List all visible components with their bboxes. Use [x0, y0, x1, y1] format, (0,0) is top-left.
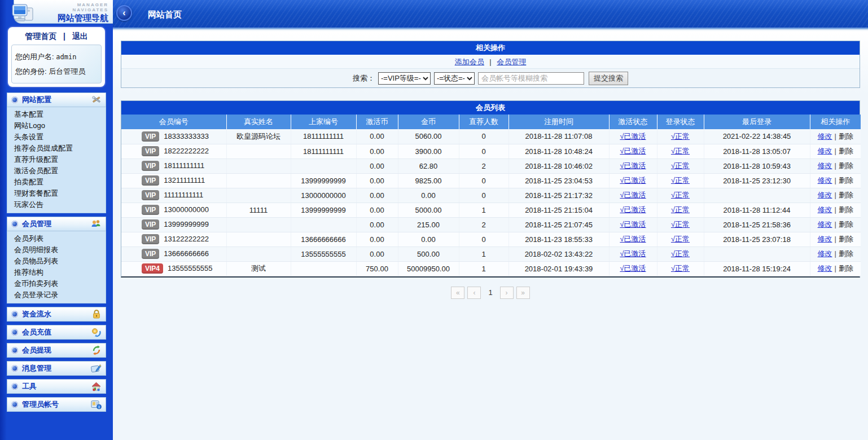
activation-coins: 0.00: [356, 144, 398, 159]
delete-link[interactable]: 删除: [839, 205, 853, 214]
activation-coins: 0.00: [356, 173, 398, 188]
column-header: 真实姓名: [226, 115, 291, 129]
delete-link[interactable]: 删除: [839, 147, 853, 155]
delete-link[interactable]: 删除: [839, 176, 853, 184]
activation-coins: 0.00: [356, 188, 398, 203]
sidebar-item-site-config-3[interactable]: 推荐会员提成配置: [7, 143, 106, 154]
gold-coins: 215.00: [398, 217, 459, 232]
login-status-link[interactable]: √正常: [671, 235, 690, 243]
sidebar-item-member-manage-4[interactable]: 金币拍卖列表: [7, 278, 106, 289]
activation-status-link[interactable]: √已激活: [620, 249, 646, 258]
sidebar-section-message-manage[interactable]: 消息管理: [7, 361, 106, 376]
sidebar-section-member-recharge[interactable]: 会员充值: [7, 325, 106, 340]
add-member-link[interactable]: 添加会员: [455, 58, 484, 66]
edit-link[interactable]: 修改: [818, 205, 832, 214]
edit-link[interactable]: 修改: [818, 249, 832, 258]
delete-link[interactable]: 删除: [839, 264, 853, 272]
activation-status-link[interactable]: √已激活: [620, 264, 646, 272]
delete-link[interactable]: 删除: [839, 191, 853, 199]
login-status-link[interactable]: √正常: [671, 264, 690, 272]
edit-link[interactable]: 修改: [818, 235, 832, 243]
users-icon: [91, 219, 102, 230]
activation-status-link[interactable]: √已激活: [620, 176, 646, 184]
edit-link[interactable]: 修改: [818, 191, 832, 199]
current-page: 1: [484, 288, 497, 297]
sidebar-section-admin-account[interactable]: 管理员帐号i: [7, 397, 106, 412]
delete-link[interactable]: 删除: [839, 249, 853, 258]
next-page-button[interactable]: ›: [500, 287, 514, 299]
withdraw-icon: [91, 345, 102, 356]
prev-page-button[interactable]: ‹: [467, 287, 481, 299]
back-button[interactable]: ‹: [116, 5, 132, 21]
column-header: 直荐人数: [459, 115, 508, 129]
sidebar-item-site-config-0[interactable]: 基本配置: [7, 109, 106, 120]
edit-link[interactable]: 修改: [818, 176, 832, 184]
sidebar-item-site-config-4[interactable]: 直荐升级配置: [7, 154, 106, 165]
login-status-link[interactable]: √正常: [671, 205, 690, 214]
activation-coins: 0.00: [356, 129, 398, 144]
activation-status-link[interactable]: √已激活: [620, 132, 646, 140]
logout-link[interactable]: 退出: [72, 32, 88, 41]
table-row: VIP13211111111139999999990.009825.000201…: [121, 173, 861, 188]
activation-status-link[interactable]: √已激活: [620, 161, 646, 170]
status-select[interactable]: -=状态=-: [434, 72, 475, 85]
edit-link[interactable]: 修改: [818, 147, 832, 155]
sidebar-section-tools[interactable]: 工具: [7, 379, 106, 394]
sidebar-item-member-manage-5[interactable]: 会员登录记录: [7, 289, 106, 301]
sidebar-item-site-config-5[interactable]: 激活会员配置: [7, 165, 106, 177]
section-items-member-manage: 会员列表会员明细报表会员物品列表推荐结构金币拍卖列表会员登录记录: [7, 231, 106, 303]
delete-link[interactable]: 删除: [839, 220, 853, 228]
login-status-link[interactable]: √正常: [671, 132, 690, 140]
operations-separator: |: [835, 147, 836, 155]
register-time: 2018-11-23 18:55:33: [508, 232, 609, 247]
activation-status-link[interactable]: √已激活: [620, 147, 646, 155]
member-manage-link[interactable]: 会员管理: [497, 58, 526, 66]
section-bullet-icon: [11, 401, 18, 408]
login-status-link[interactable]: √正常: [671, 220, 690, 228]
login-status-link[interactable]: √正常: [671, 161, 690, 170]
last-login: 2018-11-28 10:59:43: [704, 159, 810, 173]
vip-badge: VIP: [142, 146, 159, 156]
sidebar-section-member-withdraw[interactable]: 会员提现: [7, 343, 106, 358]
gold-coins: 0.00: [398, 188, 459, 203]
sidebar-item-site-config-2[interactable]: 头条设置: [7, 131, 106, 143]
activation-status-link[interactable]: √已激活: [620, 191, 646, 199]
sidebar-item-member-manage-3[interactable]: 推荐结构: [7, 267, 106, 278]
sidebar-item-member-manage-1[interactable]: 会员明细报表: [7, 244, 106, 256]
delete-link[interactable]: 删除: [839, 132, 853, 140]
first-page-button[interactable]: «: [451, 287, 464, 299]
edit-link[interactable]: 修改: [818, 264, 832, 272]
submit-search-button[interactable]: 提交搜索: [589, 72, 628, 85]
vip-level-select[interactable]: -=VIP等级=-: [378, 72, 431, 85]
sidebar-item-site-config-8[interactable]: 玩家公告: [7, 199, 106, 210]
vip-badge: VIP: [142, 190, 159, 200]
edit-link[interactable]: 修改: [818, 161, 832, 170]
login-status-link[interactable]: √正常: [671, 176, 690, 184]
activation-status-link[interactable]: √已激活: [620, 235, 646, 243]
login-status-link[interactable]: √正常: [671, 147, 690, 155]
search-input[interactable]: [478, 72, 584, 85]
table-row: VIP18222222222181111111110.003900.000201…: [121, 144, 861, 159]
row-operations: 修改|删除: [810, 159, 861, 173]
delete-link[interactable]: 删除: [839, 235, 853, 243]
login-status-link[interactable]: √正常: [671, 191, 690, 199]
upline-id: [291, 217, 356, 232]
activation-status-link[interactable]: √已激活: [620, 220, 646, 228]
last-page-button[interactable]: »: [516, 287, 530, 299]
sidebar-item-site-config-6[interactable]: 拍卖配置: [7, 177, 106, 188]
member-id: 13555555555: [168, 264, 213, 272]
edit-link[interactable]: 修改: [818, 132, 832, 140]
gold-coins: 5060.00: [398, 129, 459, 144]
sidebar-section-member-manage[interactable]: 会员管理: [7, 217, 106, 231]
sidebar-item-site-config-7[interactable]: 理财套餐配置: [7, 188, 106, 199]
sidebar-item-member-manage-0[interactable]: 会员列表: [7, 233, 106, 244]
login-status-link[interactable]: √正常: [671, 249, 690, 258]
activation-status-link[interactable]: √已激活: [620, 205, 646, 214]
sidebar-item-site-config-1[interactable]: 网站Logo: [7, 120, 106, 131]
edit-link[interactable]: 修改: [818, 220, 832, 228]
sidebar-item-member-manage-2[interactable]: 会员物品列表: [7, 256, 106, 267]
admin-home-link[interactable]: 管理首页: [25, 32, 56, 41]
sidebar-section-funds-flow[interactable]: 资金流水: [7, 307, 106, 322]
sidebar-section-site-config[interactable]: 网站配置: [7, 93, 106, 107]
delete-link[interactable]: 删除: [839, 161, 853, 170]
